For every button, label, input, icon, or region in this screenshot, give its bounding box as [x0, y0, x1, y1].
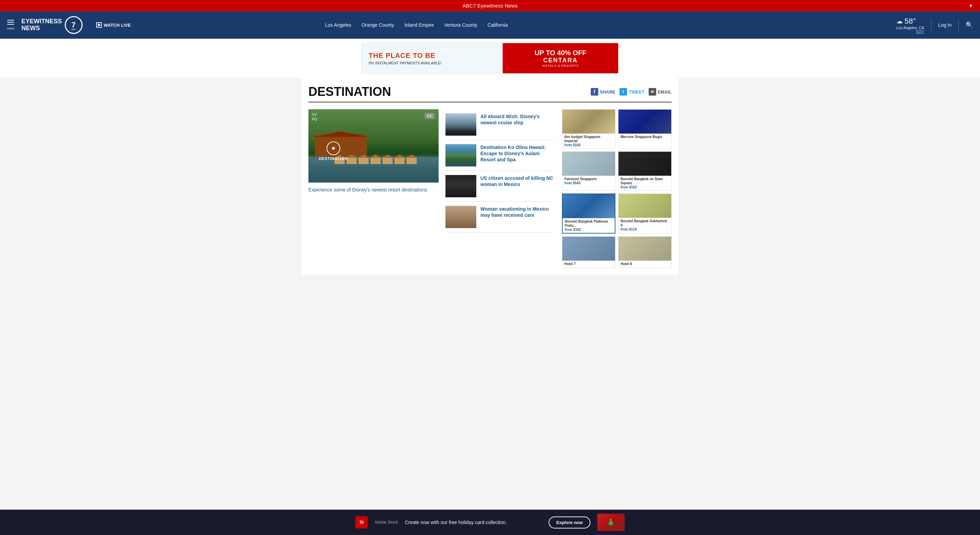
hotel-image-novotel-bangkok-sukhumvit [619, 194, 671, 218]
pin-circle-icon [326, 141, 340, 155]
hotel-card-novotel-bangkok-siam[interactable]: Novotel Bangkok on Siam Square from $162 [618, 151, 671, 191]
search-icon[interactable]: 🔍 [966, 21, 973, 29]
article-item-nc-mexico[interactable]: US citizen accused of killing NC woman i… [445, 171, 555, 202]
logo-circle: 7 abc [65, 16, 83, 34]
nav-link-ventura-county[interactable]: Ventura County [444, 22, 477, 28]
navbar-nav: Los Angeles Orange County Inland Empire … [325, 22, 508, 28]
facebook-share-button[interactable]: f SHARE [591, 88, 616, 95]
article-thumb-cruise [445, 113, 476, 136]
hotel-info-novotel-bangkok-siam: Novotel Bangkok on Siam Square from $162 [619, 176, 671, 191]
top-bar-label: ABC7 Eyewitness News [463, 3, 518, 9]
cc-badge: CC [425, 113, 435, 119]
logo-abc: abc [71, 28, 76, 31]
video-caption: Experience some of Disney's newest resor… [309, 187, 439, 194]
article-title-mexico-care: Woman vacationing in Mexico may have rec… [480, 206, 555, 218]
hotel-card-ibis-singapore[interactable]: ibis budget Singapore Imperial from $166 [562, 109, 616, 149]
ad-discount: UP TO 40% OFF [535, 49, 587, 57]
article-item-hawaii[interactable]: Destination Ko Olina Hawaii: Escape to D… [445, 140, 555, 171]
email-share-button[interactable]: ✉ EMAIL [649, 88, 671, 95]
huts-row [334, 157, 426, 164]
hotel-name-novotel-bangkok-siam: Novotel Bangkok on Siam Square [620, 177, 669, 185]
nav-link-los-angeles[interactable]: Los Angeles [325, 22, 351, 28]
watch-live-label: WATCH LIVE [104, 22, 131, 28]
article-item-cruise[interactable]: All Aboard Wish: Disney's newest cruise … [445, 109, 555, 140]
ad-title: THE PLACE TO BE [369, 52, 496, 60]
facebook-icon: f [591, 88, 598, 95]
main-content: DESTINATION f SHARE t TWEET ✉ EMAIL [302, 78, 678, 275]
article-text-cruise: All Aboard Wish: Disney's newest cruise … [480, 113, 555, 136]
hotel-price-novotel-bangkok-platinum: from $162 [565, 228, 612, 232]
hotel-card-hotel-7[interactable]: Hotel 7 [562, 237, 616, 268]
navbar-divider-2 [958, 18, 959, 32]
hotel-name-novotel-bangkok-sukhumvit: Novotel Bangkok Sukhumvit 4 [620, 219, 669, 227]
hotel-card-hotel-8[interactable]: Hotel 8 [618, 237, 671, 268]
hotel-info-novotel-bangkok-sukhumvit: Novotel Bangkok Sukhumvit 4 from $118 [619, 218, 671, 233]
article-text-mexico-care: Woman vacationing in Mexico may have rec… [480, 206, 555, 228]
ad-banner: THE PLACE TO BE 0% INSTALMENT PAYMENTS A… [0, 39, 980, 78]
page-title: DESTINATION [309, 84, 391, 99]
hut-4 [371, 157, 381, 164]
navbar-left: menu EYEWITNESS NEWS 7 abc WATCH LIVE [7, 16, 131, 34]
navbar-right: ☁ 58° Los Angeles, CA EDIT Log In 🔍 [896, 17, 973, 33]
resort-roof [312, 132, 369, 137]
hut-7 [406, 157, 417, 164]
side-articles: All Aboard Wish: Disney's newest cruise … [445, 109, 555, 268]
nav-link-inland-empire[interactable]: Inland Empire [404, 22, 434, 28]
weather-edit-button[interactable]: EDIT [896, 30, 924, 33]
nav-link-orange-county[interactable]: Orange County [361, 22, 394, 28]
temperature: 58° [905, 17, 916, 26]
hotel-image-novotel-bangkok-siam [619, 152, 671, 176]
play-icon [96, 22, 102, 28]
article-title-nc-mexico: US citizen accused of killing NC woman i… [480, 175, 555, 187]
article-item-mexico-care[interactable]: Woman vacationing in Mexico may have rec… [445, 202, 555, 233]
hotel-card-novotel-bangkok-platinum[interactable]: Novotel Bangkok Platinum Pratu... from $… [562, 194, 616, 233]
hotel-image-mercure-bugis [619, 110, 671, 133]
hotel-info-novotel-bangkok-platinum: Novotel Bangkok Platinum Pratu... from $… [563, 218, 615, 233]
destination-pin: DESTINATION [319, 141, 348, 160]
main-video-area: TV PG CC DESTINATION Experience some of … [309, 109, 439, 268]
twitter-share-label: TWEET [629, 89, 644, 95]
article-thumb-nc-mexico [445, 175, 476, 197]
hut-5 [382, 157, 393, 164]
hotel-ads: ibis budget Singapore Imperial from $166… [562, 109, 671, 268]
hotel-info-hotel-8: Hotel 8 [619, 260, 671, 268]
hotel-info-fairmont-singapore: Fairmont Singapore from $545 [562, 176, 615, 186]
logo-line1: EYEWITNESS [22, 18, 62, 25]
hotel-image-fairmont-singapore [562, 152, 615, 176]
logo-link[interactable]: EYEWITNESS NEWS 7 abc [22, 16, 83, 34]
video-player[interactable]: TV PG CC DESTINATION [309, 109, 439, 183]
hut-2 [347, 157, 357, 164]
hotel-price-novotel-bangkok-sukhumvit: from $118 [620, 227, 669, 231]
article-text-hawaii: Destination Ko Olina Hawaii: Escape to D… [480, 144, 555, 167]
social-share: f SHARE t TWEET ✉ EMAIL [591, 88, 671, 95]
top-bar-arrow-icon: ▼ [968, 3, 973, 9]
twitter-share-button[interactable]: t TWEET [619, 88, 644, 95]
pin-label: DESTINATION [319, 157, 348, 160]
tv-rating: TV PG [312, 113, 317, 122]
ad-inner[interactable]: THE PLACE TO BE 0% INSTALMENT PAYMENTS A… [361, 43, 619, 74]
hotel-card-mercure-bugis[interactable]: Mercure Singapore Bugis [618, 109, 671, 149]
navbar: menu EYEWITNESS NEWS 7 abc WATCH LIVE Lo… [0, 11, 980, 39]
hotel-price-ibis-singapore: from $166 [564, 143, 613, 147]
login-button[interactable]: Log In [938, 22, 951, 28]
play-triangle-icon [98, 23, 101, 27]
article-text-nc-mexico: US citizen accused of killing NC woman i… [480, 175, 555, 197]
hotel-card-novotel-bangkok-sukhumvit[interactable]: Novotel Bangkok Sukhumvit 4 from $118 [618, 194, 671, 233]
hotel-name-hotel-7: Hotel 7 [564, 262, 613, 266]
hotel-info-hotel-7: Hotel 7 [562, 260, 615, 268]
cloud-icon: ☁ [896, 17, 902, 25]
hotel-name-fairmont-singapore: Fairmont Singapore [564, 177, 613, 181]
top-bar: ABC7 Eyewitness News ▼ [0, 0, 980, 11]
menu-button[interactable]: menu [7, 20, 15, 30]
pin-dot-icon [332, 147, 335, 150]
weather-widget: ☁ 58° Los Angeles, CA EDIT [896, 17, 924, 33]
hotel-info-ibis-singapore: ibis budget Singapore Imperial from $166 [562, 133, 615, 148]
email-share-label: EMAIL [658, 89, 671, 95]
hotel-price-novotel-bangkok-siam: from $162 [620, 185, 669, 189]
hotel-image-hotel-7 [562, 237, 615, 260]
hotel-card-fairmont-singapore[interactable]: Fairmont Singapore from $545 [562, 151, 616, 191]
nav-link-california[interactable]: California [488, 22, 508, 28]
twitter-icon: t [619, 88, 627, 95]
watch-live-button[interactable]: WATCH LIVE [96, 22, 131, 28]
page-header: DESTINATION f SHARE t TWEET ✉ EMAIL [309, 84, 671, 102]
